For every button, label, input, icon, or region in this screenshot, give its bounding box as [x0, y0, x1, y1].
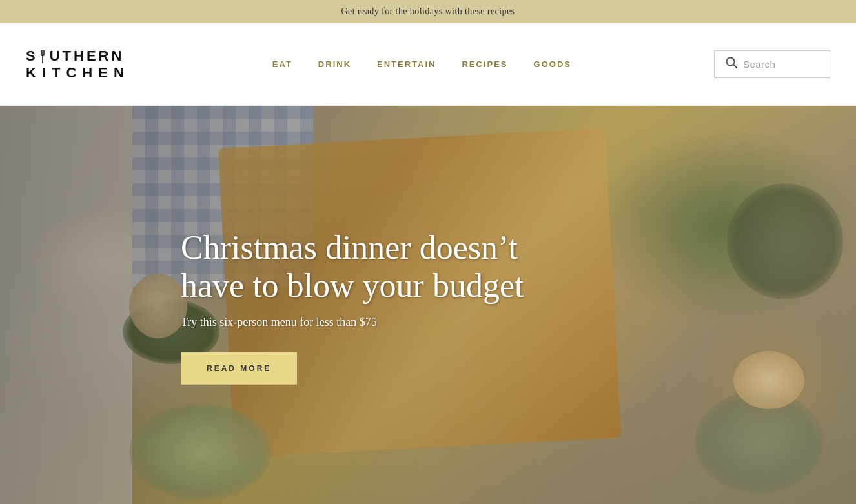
search-label: Search	[743, 59, 775, 70]
logo-line2: KITCHEN	[26, 65, 130, 81]
logo-row1: SUTHERN	[26, 48, 130, 64]
hero-content: Christmas dinner doesn’t have to blow yo…	[181, 228, 581, 385]
read-more-button[interactable]: READ MORE	[181, 352, 297, 385]
nav-goods[interactable]: GOODS	[534, 59, 571, 69]
site-logo[interactable]: SUTHERN KITCHEN	[26, 48, 130, 81]
header: SUTHERN KITCHEN EAT DRINK ENTERTAIN RECI…	[0, 23, 856, 106]
banner-text: Get ready for the holidays with these re…	[341, 6, 515, 16]
main-nav: EAT DRINK ENTERTAIN RECIPES GOODS	[272, 59, 571, 69]
search-bar[interactable]: Search	[714, 50, 830, 78]
hero-title: Christmas dinner doesn’t have to blow yo…	[181, 228, 581, 305]
hero-subtitle: Try this six-person menu for less than $…	[181, 316, 581, 329]
logo-line1b: UTHERN	[50, 48, 125, 64]
top-banner: Get ready for the holidays with these re…	[0, 0, 856, 23]
logo-line1: S	[26, 48, 38, 64]
nav-drink[interactable]: DRINK	[318, 59, 351, 69]
svg-line-5	[733, 65, 737, 68]
search-icon	[725, 56, 738, 72]
nav-eat[interactable]: EAT	[272, 59, 292, 69]
nav-recipes[interactable]: RECIPES	[462, 59, 507, 69]
hero-section: Christmas dinner doesn’t have to blow yo…	[0, 106, 856, 504]
nav-entertain[interactable]: ENTERTAIN	[377, 59, 436, 69]
